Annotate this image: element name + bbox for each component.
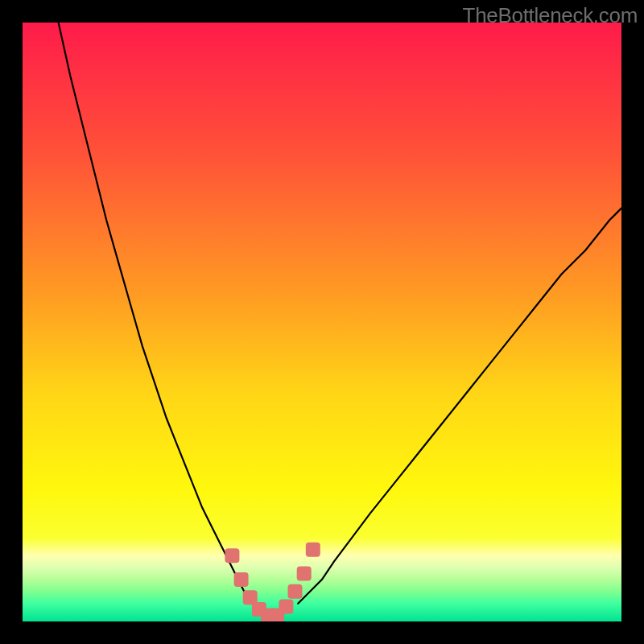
valley-marker xyxy=(225,548,239,563)
valley-marker xyxy=(279,599,293,613)
valley-marker xyxy=(288,584,303,599)
valley-marker xyxy=(234,572,249,587)
chart-container: TheBottleneck.com xyxy=(0,0,644,644)
plot-background xyxy=(23,23,621,621)
valley-marker xyxy=(306,543,320,557)
valley-marker xyxy=(297,567,312,581)
bottleneck-plot xyxy=(23,23,621,621)
